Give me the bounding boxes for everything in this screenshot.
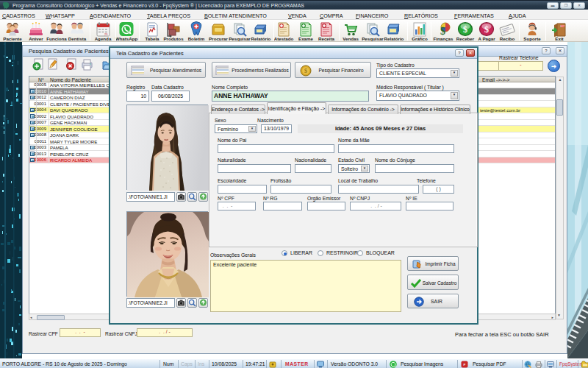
svg-text:P: P xyxy=(464,363,466,367)
svg-text:$: $ xyxy=(440,26,445,37)
svg-text:$: $ xyxy=(484,24,489,35)
svg-text:$: $ xyxy=(463,24,467,35)
svg-text:$: $ xyxy=(304,68,307,74)
svg-text:29: 29 xyxy=(104,32,108,36)
svg-text:EXIT: EXIT xyxy=(561,25,565,28)
